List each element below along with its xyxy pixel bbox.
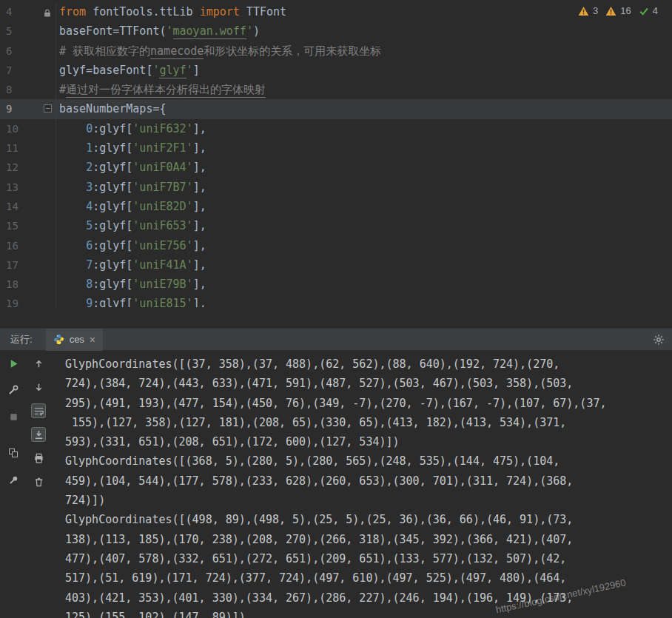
code-text: 2:glyf['uniF0A4'], <box>56 158 672 177</box>
editor-line[interactable]: 5baseFont=TTFont('maoyan.woff') <box>0 21 672 41</box>
console-line: 477),(407, 578),(332, 651),(272, 651),(2… <box>65 549 672 568</box>
editor-line[interactable]: 8#通过对一份字体样本分析得出的字体映射 <box>0 80 672 99</box>
up-stack-icon[interactable] <box>31 356 46 371</box>
down-stack-icon[interactable] <box>31 380 46 394</box>
editor-line[interactable]: 10 0:glyf['uniF632'], <box>0 119 672 138</box>
gutter-line-number[interactable]: 11 <box>0 138 56 158</box>
console-line: 403),(421, 353),(401, 330),(334, 267),(2… <box>65 588 672 608</box>
gutter-line-number[interactable]: 5 <box>0 21 56 41</box>
gutter-line-number[interactable]: 14 <box>0 197 56 216</box>
gutter-line-number[interactable]: 9− <box>0 99 56 118</box>
console-line: 459),(104, 544),(177, 578),(233, 628),(2… <box>65 471 672 491</box>
console-output: GlyphCoordinates([(37, 358),(37, 488),(6… <box>65 355 672 618</box>
code-text: 9:glyf['uniE815'], <box>56 294 672 307</box>
console-toolbar-right <box>31 356 46 489</box>
code-text: 4:glyf['uniE82D'], <box>56 197 672 216</box>
editor-line[interactable]: 6# 获取相应数字的namecode和形状坐标的关系，可用来获取坐标 <box>0 41 672 61</box>
code-text: 8:glyf['uniE79B'], <box>56 275 672 294</box>
code-text: # 获取相应数字的namecode和形状坐标的关系，可用来获取坐标 <box>56 41 672 61</box>
editor-line[interactable]: 9−baseNumberMaps={ <box>0 99 672 118</box>
code-text: 7:glyf['uniF41A'], <box>56 255 672 275</box>
gutter-line-number[interactable]: 15 <box>0 216 56 235</box>
editor-line[interactable]: 18 8:glyf['uniE79B'], <box>0 275 672 294</box>
warning-count: 16 <box>620 5 631 16</box>
code-text: 6:glyf['uniE756'], <box>56 236 672 255</box>
console-line: GlyphCoordinates([(368, 5),(280, 5),(280… <box>65 451 672 471</box>
print-icon[interactable] <box>31 451 46 466</box>
run-panel-label: 运行: <box>10 333 33 346</box>
code-text: 5:glyf['uniF653'], <box>56 216 672 235</box>
editor-line[interactable]: 14 4:glyf['uniE82D'], <box>0 197 672 216</box>
gutter-line-number[interactable]: 6 <box>0 41 56 61</box>
editor-line[interactable]: 19 9:glyf['uniE815'], <box>0 294 672 307</box>
console-line: GlyphCoordinates([(37, 358),(37, 488),(6… <box>65 355 672 374</box>
console-line: 125),(155, 102),(147, 89)]) <box>65 608 672 618</box>
fold-icon[interactable]: − <box>44 104 52 112</box>
code-text: baseFont=TTFont('maoyan.woff') <box>56 21 672 41</box>
editor-line[interactable]: 17 7:glyf['uniF41A'], <box>0 255 672 275</box>
code-text: glyf=baseFont['glyf'] <box>56 61 672 80</box>
editor-lines: 4from fontTools.ttLib import TTFont5base… <box>0 0 672 307</box>
gutter-line-number[interactable]: 13 <box>0 178 56 197</box>
editor-line[interactable]: 4from fontTools.ttLib import TTFont <box>0 2 672 21</box>
scroll-end-icon[interactable] <box>31 427 46 442</box>
code-text: baseNumberMaps={ <box>56 99 672 118</box>
gutter-line-number[interactable]: 7 <box>0 61 56 80</box>
editor-line[interactable]: 13 3:glyf['uniF7B7'], <box>0 178 672 197</box>
python-icon <box>53 334 64 345</box>
console-line: 155),(127, 358),(127, 181),(208, 65),(33… <box>65 413 672 432</box>
rerun-icon[interactable] <box>6 356 21 371</box>
gutter-line-number[interactable]: 19 <box>0 294 56 307</box>
gutter-line-number[interactable]: 18 <box>0 275 56 294</box>
gutter-line-number[interactable]: 16 <box>0 236 56 255</box>
gutter-line-number[interactable]: 17 <box>0 255 56 275</box>
run-panel-header: 运行: ces × <box>0 328 672 350</box>
clear-icon[interactable] <box>31 474 46 489</box>
gutter-line-number[interactable]: 12 <box>0 158 56 177</box>
warning-count: 3 <box>593 5 598 16</box>
code-text: 0:glyf['uniF632'], <box>56 119 672 138</box>
build-wrench-icon[interactable] <box>6 383 21 397</box>
editor-line[interactable]: 12 2:glyf['uniF0A4'], <box>0 158 672 177</box>
editor-line[interactable]: 15 5:glyf['uniF653'], <box>0 216 672 235</box>
console-line: 593),(331, 651),(208, 651),(172, 600),(1… <box>65 432 672 451</box>
editor-line[interactable]: 7glyf=baseFont['glyf'] <box>0 61 672 80</box>
run-console[interactable]: GlyphCoordinates([(37, 358),(37, 488),(6… <box>0 350 672 618</box>
console-line: GlyphCoordinates([(498, 89),(498, 5),(25… <box>65 510 672 529</box>
passed-count: 4 <box>653 5 658 16</box>
code-text: #通过对一份字体样本分析得出的字体映射 <box>56 80 672 99</box>
code-editor[interactable]: 4from fontTools.ttLib import TTFont5base… <box>0 0 672 307</box>
run-tab-ces[interactable]: ces × <box>46 329 103 351</box>
close-icon[interactable]: × <box>90 335 95 345</box>
warning-icon <box>605 6 616 16</box>
warning-icon <box>578 6 589 16</box>
ok-check-icon <box>639 6 649 16</box>
console-line: 724),(384, 724),(443, 633),(471, 591),(4… <box>65 374 672 393</box>
restore-layout-icon[interactable] <box>6 446 21 460</box>
lock-icon <box>42 5 53 16</box>
gear-icon[interactable] <box>653 334 665 346</box>
stop-icon[interactable] <box>6 409 21 424</box>
console-line: 295),(491, 193),(477, 154),(450, 76),(34… <box>65 394 672 413</box>
pin-icon[interactable] <box>6 472 21 487</box>
console-toolbar-left <box>6 356 21 487</box>
gutter-line-number[interactable]: 10 <box>0 119 56 138</box>
gutter-line-number[interactable]: 8 <box>0 80 56 99</box>
console-line: 138),(113, 185),(170, 238),(208, 270),(2… <box>65 530 672 549</box>
gutter-line-number[interactable]: 4 <box>0 2 56 21</box>
code-text: 3:glyf['uniF7B7'], <box>56 178 672 197</box>
console-line: 724)]) <box>65 491 672 510</box>
run-tab-title: ces <box>70 334 84 345</box>
console-line: 517),(51, 619),(171, 724),(377, 724),(49… <box>65 568 672 588</box>
soft-wrap-icon[interactable] <box>31 403 46 418</box>
editor-line[interactable]: 16 6:glyf['uniE756'], <box>0 236 672 255</box>
editor-line[interactable]: 11 1:glyf['uniF2F1'], <box>0 138 672 158</box>
inspections-widget[interactable]: 3 16 4 <box>578 5 662 16</box>
code-text: 1:glyf['uniF2F1'], <box>56 138 672 158</box>
